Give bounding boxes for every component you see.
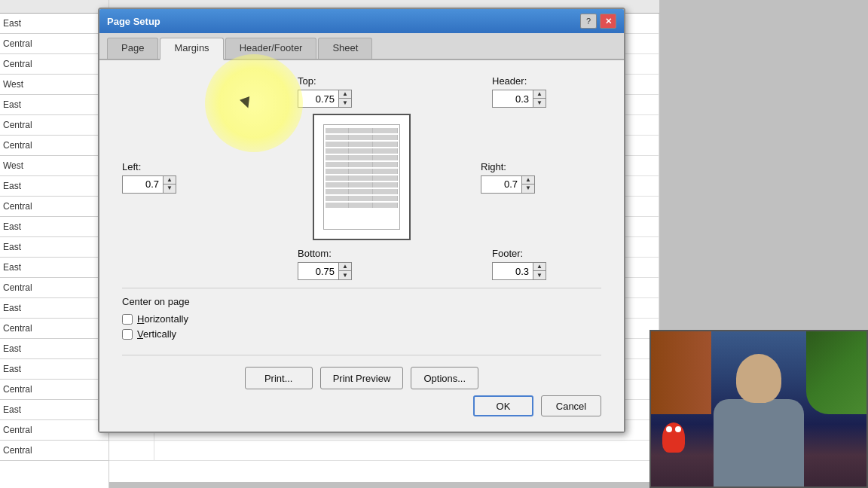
- elmo-eye-left: [666, 426, 672, 432]
- footer-margin-field: Footer: 0.3 ▲ ▼: [492, 248, 546, 280]
- center-on-page-section: Center on page Horizontally Vertically: [122, 288, 601, 340]
- header-margin-field: Header: 0.3 ▲ ▼: [492, 75, 546, 108]
- close-button[interactable]: ✕: [600, 14, 616, 29]
- left-label: Left:: [122, 161, 141, 172]
- right-spin-down[interactable]: ▼: [522, 185, 534, 193]
- list-item: East: [0, 298, 108, 319]
- person-body: [714, 399, 804, 488]
- list-item: Central: [0, 441, 108, 461]
- tab-header-footer[interactable]: Header/Footer: [225, 38, 317, 59]
- right-margin-area: Right: 0.7 ▲ ▼: [466, 161, 601, 194]
- webcam-feed: [651, 331, 866, 486]
- list-item: Central: [0, 115, 108, 136]
- left-margin-field: Left: 0.7 ▲ ▼: [122, 161, 176, 194]
- bottom-spinner[interactable]: ▲ ▼: [339, 262, 352, 280]
- dialog-title: Page Setup: [107, 16, 160, 27]
- header-spin-up[interactable]: ▲: [533, 90, 546, 99]
- print-preview-button[interactable]: Print Preview: [320, 367, 404, 389]
- action-buttons: Print... Print Preview Options...: [122, 355, 601, 389]
- list-item: East: [0, 359, 108, 380]
- page-setup-dialog: Page Setup ? ✕ Page Margins Header/Foote…: [98, 8, 625, 433]
- webcam-shelf: [651, 331, 711, 414]
- tab-margins[interactable]: Margins: [160, 38, 223, 60]
- top-input[interactable]: 0.75: [298, 90, 339, 108]
- elmo-eye-right: [675, 426, 681, 432]
- horizontally-checkbox[interactable]: [122, 314, 133, 325]
- vertically-label: Vertically: [137, 328, 176, 340]
- list-item: West: [0, 156, 108, 176]
- vertically-row: Vertically: [122, 328, 601, 340]
- list-item: East: [0, 217, 108, 237]
- list-item: West: [0, 75, 108, 95]
- footer-spinner[interactable]: ▲ ▼: [533, 262, 546, 280]
- list-item: East: [0, 339, 108, 359]
- vertically-checkbox[interactable]: [122, 329, 133, 340]
- footer-spin-up[interactable]: ▲: [533, 263, 546, 271]
- bottom-input[interactable]: 0.75: [298, 262, 339, 280]
- webcam-plants: [806, 331, 866, 414]
- list-item: Central: [0, 319, 108, 339]
- list-item: Central: [0, 380, 108, 400]
- left-spinner[interactable]: ▲ ▼: [164, 175, 176, 194]
- list-item: Central: [0, 197, 108, 217]
- footer-spin-down[interactable]: ▼: [533, 271, 546, 279]
- ok-cancel-area: OK Cancel: [122, 395, 601, 416]
- footer-label: Footer:: [492, 248, 523, 259]
- page-preview: [313, 114, 411, 240]
- list-item: Central: [0, 34, 108, 54]
- help-button[interactable]: ?: [580, 14, 597, 29]
- top-spinner[interactable]: ▲ ▼: [339, 90, 352, 108]
- dialog-content: Top: 0.75 ▲ ▼ Header: 0.3 ▲ ▼: [99, 60, 624, 432]
- tab-sheet[interactable]: Sheet: [318, 38, 372, 59]
- header-label: Header:: [492, 75, 527, 87]
- elmo-figure: [662, 422, 685, 453]
- tab-page[interactable]: Page: [107, 38, 158, 59]
- print-button[interactable]: Print...: [245, 367, 313, 389]
- title-buttons: ? ✕: [580, 14, 616, 29]
- list-item: Central: [0, 278, 108, 298]
- elmo-eyes: [666, 426, 681, 432]
- center-on-page-title: Center on page: [122, 296, 601, 307]
- person-head: [736, 354, 781, 403]
- left-input[interactable]: 0.7: [122, 175, 164, 194]
- webcam-overlay: [649, 330, 868, 488]
- header-input[interactable]: 0.3: [492, 90, 533, 108]
- list-item: East: [0, 95, 108, 115]
- right-spin-up[interactable]: ▲: [522, 176, 534, 185]
- col-header: [0, 0, 108, 14]
- bottom-margin-field: Bottom: 0.75 ▲ ▼: [298, 248, 352, 280]
- header-spinner[interactable]: ▲ ▼: [533, 90, 546, 108]
- bottom-label: Bottom:: [298, 248, 332, 259]
- list-item: East: [0, 14, 108, 34]
- top-spin-up[interactable]: ▲: [339, 90, 351, 99]
- horizontally-label: Horizontally: [137, 313, 188, 325]
- list-item: Central: [0, 54, 108, 75]
- right-spinner[interactable]: ▲ ▼: [522, 175, 535, 194]
- center-row: Left: 0.7 ▲ ▼: [122, 114, 601, 240]
- bottom-spin-down[interactable]: ▼: [339, 271, 351, 279]
- list-item: East: [0, 400, 108, 420]
- dialog-titlebar: Page Setup ? ✕: [99, 9, 624, 33]
- left-spin-up[interactable]: ▲: [164, 176, 176, 185]
- page-preview-inner: [323, 124, 400, 230]
- left-spin-down[interactable]: ▼: [164, 185, 176, 193]
- left-margin-area: Left: 0.7 ▲ ▼: [122, 161, 258, 194]
- right-label: Right:: [481, 161, 506, 172]
- tab-bar: Page Margins Header/Footer Sheet: [99, 33, 624, 60]
- list-item: East: [0, 176, 108, 197]
- top-spin-down[interactable]: ▼: [339, 99, 351, 107]
- cancel-button[interactable]: Cancel: [541, 395, 601, 416]
- top-label: Top:: [298, 75, 316, 87]
- right-input[interactable]: 0.7: [481, 175, 522, 194]
- horizontally-row: Horizontally: [122, 313, 601, 325]
- right-margin-field: Right: 0.7 ▲ ▼: [481, 161, 535, 194]
- options-button[interactable]: Options...: [411, 367, 478, 389]
- ok-button[interactable]: OK: [473, 395, 533, 416]
- list-item: Central: [0, 136, 108, 156]
- footer-input[interactable]: 0.3: [492, 262, 533, 280]
- list-item: East: [0, 258, 108, 278]
- list-item: East: [0, 237, 108, 258]
- header-spin-down[interactable]: ▼: [533, 99, 546, 107]
- top-margin-field: Top: 0.75 ▲ ▼: [298, 75, 352, 108]
- bottom-spin-up[interactable]: ▲: [339, 263, 351, 271]
